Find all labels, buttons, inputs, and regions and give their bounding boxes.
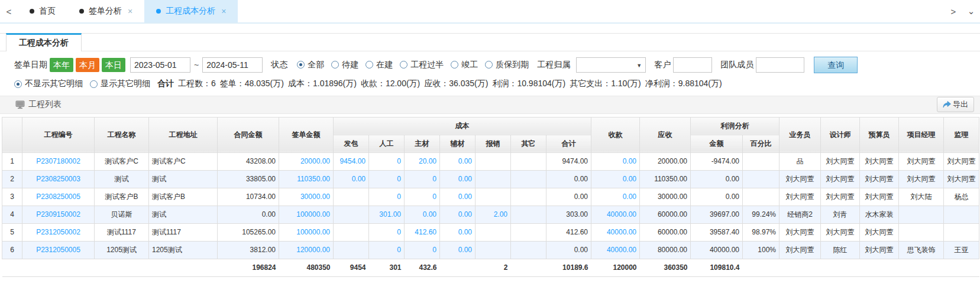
col-header-profit-amount[interactable]: 金额 <box>691 135 743 152</box>
cell-main[interactable]: 0 <box>405 241 440 259</box>
total-code <box>22 259 95 276</box>
team-member-input[interactable] <box>756 57 804 73</box>
cell-sales: 刘大同萱 <box>780 223 821 241</box>
col-header-pm[interactable]: 项目经理 <box>899 117 944 152</box>
status-radio-2[interactable]: 在建 <box>366 60 393 70</box>
col-header-fabao[interactable]: 发包 <box>334 135 369 152</box>
cell-sign[interactable]: 120000.00 <box>279 241 334 259</box>
quick-range-button-2[interactable]: 本日 <box>102 58 125 73</box>
col-header-aux-material[interactable]: 辅材 <box>440 135 476 152</box>
date-from-input[interactable] <box>130 57 190 73</box>
cell-aux[interactable]: 0.00 <box>440 188 476 206</box>
col-header-contract[interactable]: 合同金额 <box>218 117 279 152</box>
col-header-profit-percent[interactable]: 百分比 <box>743 135 780 152</box>
status-radio-5[interactable]: 质保到期 <box>485 60 529 70</box>
cell-profit_percent <box>743 188 780 206</box>
cell-sign[interactable]: 30000.00 <box>279 188 334 206</box>
window-tab-sign-analysis[interactable]: 签单分析 × <box>67 0 144 22</box>
close-icon[interactable]: × <box>128 6 132 16</box>
cell-received[interactable]: 40000.00 <box>591 223 640 241</box>
cell-expense[interactable]: 2.00 <box>476 206 511 223</box>
cell-sign[interactable]: 20000.00 <box>279 152 334 170</box>
status-radio-1[interactable]: 待建 <box>331 60 358 70</box>
query-button[interactable]: 查询 <box>814 57 858 73</box>
cell-labor[interactable]: 0 <box>369 241 405 259</box>
col-header-labor[interactable]: 人工 <box>369 135 405 152</box>
status-radio-3[interactable]: 工程过半 <box>400 60 444 70</box>
cell-code[interactable]: P2312050005 <box>22 241 95 259</box>
window-tab-project-cost-analysis[interactable]: 工程成本分析 × <box>144 0 238 22</box>
col-header-sign[interactable]: 签单金额 <box>279 117 334 152</box>
customer-input[interactable] <box>673 57 712 73</box>
col-header-budgeter[interactable]: 预算员 <box>860 117 899 152</box>
cell-received[interactable]: 0.00 <box>591 152 640 170</box>
col-header-address[interactable]: 工程地址 <box>149 117 218 152</box>
page-tab-strip: 工程成本分析 <box>0 33 980 51</box>
customer-label: 客户 <box>654 60 671 70</box>
cell-sign[interactable]: 100000.00 <box>279 223 334 241</box>
cell-main[interactable]: 0.00 <box>405 206 440 223</box>
tabs-scroll-right-icon[interactable]: > <box>945 0 962 22</box>
cell-fabao[interactable]: 0.00 <box>334 170 369 188</box>
status-radio-0[interactable]: 全部 <box>297 60 324 70</box>
cell-received[interactable]: 0.00 <box>591 188 640 206</box>
cell-labor[interactable]: 0 <box>369 170 405 188</box>
cell-profit_percent: 99.24% <box>743 206 780 223</box>
quick-range-button-0[interactable]: 本年 <box>50 58 73 73</box>
summary-item-1: 签单：48.035(万) <box>220 79 284 88</box>
detail-radio-1[interactable]: 显示其它明细 <box>90 79 150 89</box>
cell-sign[interactable]: 110350.00 <box>279 170 334 188</box>
cell-main[interactable]: 0 <box>405 170 440 188</box>
col-header-main-material[interactable]: 主材 <box>405 135 440 152</box>
status-radio-4[interactable]: 竣工 <box>451 60 478 70</box>
cell-labor[interactable]: 0 <box>369 152 405 170</box>
tab-dot-icon <box>156 9 161 14</box>
cell-received[interactable]: 40000.00 <box>591 241 640 259</box>
cell-aux[interactable]: 0.00 <box>440 241 476 259</box>
cell-code[interactable]: P2308250003 <box>22 170 95 188</box>
col-header-receivable[interactable]: 应收 <box>640 117 691 152</box>
cell-aux[interactable]: 0.00 <box>440 223 476 241</box>
window-tab-home[interactable]: 首页 <box>18 0 67 22</box>
cell-labor[interactable]: 0 <box>369 223 405 241</box>
col-header-received[interactable]: 收款 <box>591 117 640 152</box>
cell-main[interactable]: 412.60 <box>405 223 440 241</box>
quick-range-button-1[interactable]: 本月 <box>76 58 99 73</box>
cell-labor[interactable]: 0 <box>369 188 405 206</box>
cell-code[interactable]: P2308250005 <box>22 188 95 206</box>
page-tab-project-cost-analysis[interactable]: 工程成本分析 <box>6 33 82 51</box>
cell-code[interactable]: P2309150002 <box>22 206 95 223</box>
col-header-sales[interactable]: 业务员 <box>780 117 821 152</box>
cell-code[interactable]: P2307180002 <box>22 152 95 170</box>
date-to-input[interactable] <box>202 57 263 73</box>
tabs-scroll-left-icon[interactable]: < <box>0 0 18 22</box>
col-header-expense[interactable]: 报销 <box>476 135 511 152</box>
col-header-name[interactable]: 工程名称 <box>95 117 149 152</box>
col-header-supervisor[interactable]: 监理 <box>944 117 979 152</box>
chevron-down-icon: ▼ <box>636 63 642 69</box>
col-header-code[interactable]: 工程编号 <box>22 117 95 152</box>
col-header-cost-total[interactable]: 合计 <box>546 135 591 152</box>
cell-main[interactable]: 20.00 <box>405 152 440 170</box>
export-button[interactable]: 导出 <box>937 97 974 112</box>
cell-code[interactable]: P2312050002 <box>22 223 95 241</box>
cell-main[interactable]: 0 <box>405 188 440 206</box>
cell-received[interactable]: 40000.00 <box>591 206 640 223</box>
detail-radio-0[interactable]: 不显示其它明细 <box>14 79 83 89</box>
cell-profit_amount: 40000.00 <box>691 241 743 259</box>
cell-aux[interactable]: 0.00 <box>440 152 476 170</box>
cell-labor[interactable]: 301.00 <box>369 206 405 223</box>
radio-icon <box>366 61 373 69</box>
cell-aux[interactable]: 0.00 <box>440 206 476 223</box>
cell-sign[interactable]: 100000.00 <box>279 206 334 223</box>
col-header-designer[interactable]: 设计师 <box>821 117 860 152</box>
cell-index: 4 <box>2 206 22 223</box>
cell-aux[interactable]: 0.00 <box>440 170 476 188</box>
cell-received[interactable]: 0.00 <box>591 170 640 188</box>
cell-fabao[interactable]: 9454.00 <box>334 152 369 170</box>
col-header-other[interactable]: 其它 <box>511 135 546 152</box>
project-owner-select[interactable]: ▼ <box>576 57 646 73</box>
cell-sales: 刘大同萱 <box>780 170 821 188</box>
close-icon[interactable]: × <box>221 6 226 16</box>
tabs-menu-icon[interactable]: ⌄ <box>962 0 980 22</box>
